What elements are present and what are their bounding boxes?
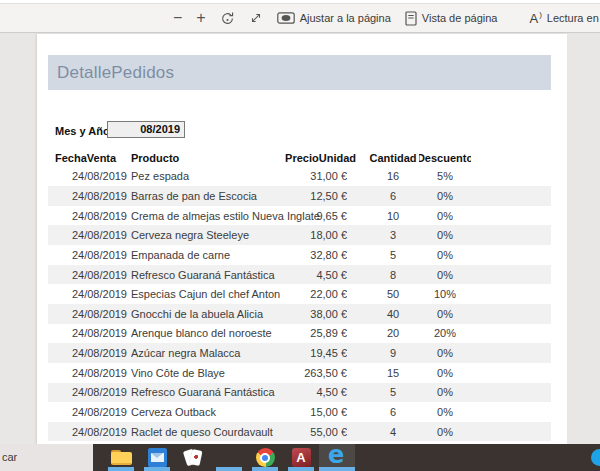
cell-cantidad: 4 (363, 422, 423, 442)
running-indicator (108, 467, 134, 471)
month-year-input[interactable]: 08/2019 (107, 121, 185, 138)
table-row: 24/08/2019Cerveza Outback15,00 €60% (48, 402, 551, 422)
cell-descuento: 10% (421, 284, 469, 304)
cell-cantidad: 20 (363, 324, 423, 344)
cell-fechaventa: 24/08/2019 (48, 186, 127, 206)
cell-fechaventa: 24/08/2019 (48, 304, 127, 324)
fit-to-page-label: Ajustar a la página (300, 12, 391, 24)
cell-fechaventa: 24/08/2019 (48, 167, 127, 187)
cell-fechaventa: 24/08/2019 (48, 284, 127, 304)
running-indicator (319, 467, 355, 471)
cell-descuento: 0% (421, 206, 469, 226)
cell-preciounidad: 4,50 € (258, 265, 347, 285)
cell-preciounidad: 32,80 € (258, 245, 347, 265)
report-title-banner: DetallePedidos (48, 55, 551, 90)
taskbar-internet-explorer-button[interactable] (211, 444, 247, 471)
page-view-icon (405, 11, 417, 26)
cell-preciounidad: 25,89 € (258, 324, 347, 344)
header-fechaventa: FechaVenta (55, 148, 134, 168)
diagonal-expand-icon (249, 11, 263, 25)
table-row: 24/08/2019Crema de almejas estilo Nueva … (48, 206, 551, 226)
taskbar-file-explorer-button[interactable] (103, 444, 139, 471)
table-row: 24/08/2019Raclet de queso Courdavault55,… (48, 422, 551, 442)
cell-cantidad: 16 (363, 167, 423, 187)
cell-preciounidad: 19,45 € (258, 343, 347, 363)
zoom-out-button[interactable]: − (173, 10, 182, 26)
windows-taskbar: car (0, 444, 600, 471)
cell-fechaventa: 24/08/2019 (48, 324, 127, 344)
zoom-in-button[interactable]: + (196, 10, 205, 26)
cell-fechaventa: 24/08/2019 (48, 363, 127, 383)
taskbar-access-button[interactable] (283, 444, 319, 471)
cell-cantidad: 10 (363, 206, 423, 226)
running-indicator (144, 467, 170, 471)
cell-descuento: 20% (421, 324, 469, 344)
cell-preciounidad: 15,00 € (258, 402, 347, 422)
table-row: 24/08/2019Especias Cajun del chef Anton2… (48, 284, 551, 304)
running-indicator (288, 467, 314, 471)
solitaire-icon (183, 448, 203, 467)
pdf-viewport: DetallePedidos Mes y Año 08/2019 FechaVe… (0, 34, 600, 444)
cell-cantidad: 5 (363, 245, 423, 265)
cell-preciounidad: 9,65 € (258, 206, 347, 226)
pdf-toolbar: − + Ajustar a la página Vista de página (0, 4, 600, 33)
table-body: 24/08/2019Pez espada31,00 €165%24/08/201… (37, 167, 567, 442)
cell-fechaventa: 24/08/2019 (48, 225, 127, 245)
taskbar-solitaire-button[interactable] (175, 444, 211, 471)
fit-width-button[interactable] (249, 11, 263, 25)
header-preciounidad: PrecioUnidad (258, 148, 356, 168)
table-row: 24/08/2019Empanada de carne32,80 €50% (48, 245, 551, 265)
file-explorer-icon (111, 450, 132, 466)
table-row: 24/08/2019Azúcar negra Malacca19,45 €90% (48, 343, 551, 363)
cell-fechaventa: 24/08/2019 (48, 422, 127, 442)
read-aloud-button[interactable]: A) Lectura en voz alta (529, 10, 600, 26)
fit-to-page-icon (277, 12, 295, 24)
cell-preciounidad: 55,00 € (258, 422, 347, 442)
report-page: DetallePedidos Mes y Año 08/2019 FechaVe… (37, 34, 567, 444)
cell-descuento: 0% (421, 422, 469, 442)
cell-cantidad: 8 (363, 265, 423, 285)
page-view-label: Vista de página (422, 12, 498, 24)
rotate-icon (220, 11, 235, 26)
cell-fechaventa: 24/08/2019 (48, 206, 127, 226)
cell-descuento: 0% (421, 245, 469, 265)
chrome-icon (256, 448, 275, 467)
cell-descuento: 0% (421, 186, 469, 206)
page-view-button[interactable]: Vista de página (405, 11, 498, 26)
taskbar-mail-button[interactable] (139, 444, 175, 471)
report-title: DetallePedidos (57, 63, 174, 83)
table-row: 24/08/2019Vino Côte de Blaye263,50 €150% (48, 363, 551, 383)
tray-notification-icon[interactable] (591, 449, 600, 466)
cell-cantidad: 6 (363, 186, 423, 206)
taskbar-chrome-button[interactable] (247, 444, 283, 471)
table-row: 24/08/2019Barras de pan de Escocia12,50 … (48, 186, 551, 206)
cell-cantidad: 6 (363, 402, 423, 422)
cell-preciounidad: 263,50 € (258, 363, 347, 383)
rotate-button[interactable] (220, 11, 235, 26)
read-aloud-label: Lectura en voz alta (547, 12, 600, 24)
cell-cantidad: 9 (363, 343, 423, 363)
cell-descuento: 5% (421, 167, 469, 187)
cell-descuento: 0% (421, 304, 469, 324)
cell-descuento: 0% (421, 265, 469, 285)
cell-preciounidad: 31,00 € (258, 167, 347, 187)
cell-cantidad: 40 (363, 304, 423, 324)
table-row: 24/08/2019Refresco Guaraná Fantástica4,5… (48, 265, 551, 285)
cell-descuento: 0% (421, 225, 469, 245)
read-aloud-icon: A) (529, 10, 541, 26)
fit-to-page-button[interactable]: Ajustar a la página (277, 12, 391, 24)
cell-fechaventa: 24/08/2019 (48, 343, 127, 363)
table-header-row: FechaVenta Producto PrecioUnidad Cantida… (48, 148, 551, 168)
plus-icon: + (196, 10, 205, 26)
cell-fechaventa: 24/08/2019 (48, 265, 127, 285)
cell-cantidad: 15 (363, 363, 423, 383)
cell-descuento: 0% (421, 383, 469, 403)
edge-icon (326, 446, 348, 470)
taskbar-edge-button[interactable] (319, 444, 355, 471)
taskbar-search-input[interactable]: car (0, 444, 93, 471)
minus-icon: − (173, 10, 182, 26)
cell-preciounidad: 18,00 € (258, 225, 347, 245)
header-cantidad: Cantidad (361, 148, 425, 168)
cell-preciounidad: 38,00 € (258, 304, 347, 324)
running-indicator (216, 467, 242, 471)
